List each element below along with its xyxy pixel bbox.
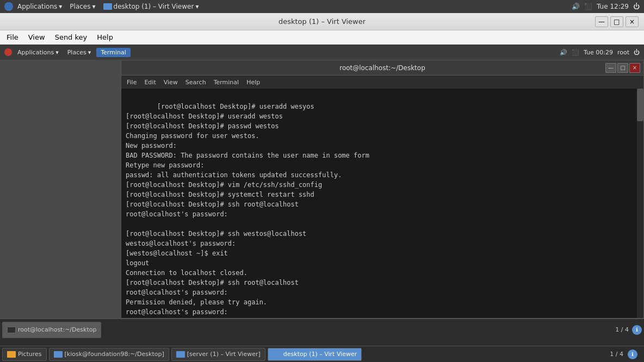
- terminal-output[interactable]: [root@localhost Desktop]# useradd wesyos…: [121, 89, 643, 318]
- term-file-menu[interactable]: File: [123, 78, 140, 87]
- outer-taskbar-right: 1 / 4 ℹ: [610, 349, 642, 359]
- inner-applications-arrow: ▾: [55, 49, 59, 56]
- terminal-window: root@localhost:~/Desktop — □ × File Edit…: [121, 60, 644, 319]
- inner-taskbar-terminal-label: root@localhost:~/Desktop: [18, 326, 96, 333]
- inner-applications-label: Applications: [17, 49, 54, 56]
- send-key-menu[interactable]: Send key: [51, 32, 92, 43]
- term-search-menu[interactable]: Search: [182, 78, 209, 87]
- terminal-text: [root@localhost Desktop]# useradd wesyos…: [126, 103, 393, 318]
- applications-arrow: ▾: [59, 3, 62, 10]
- applications-menu[interactable]: Applications ▾: [14, 2, 65, 11]
- inner-user: root: [617, 49, 629, 56]
- inner-places-menu[interactable]: Places ▾: [64, 48, 95, 57]
- desktop-label: desktop (1) – Virt Viewer: [283, 351, 357, 358]
- pictures-icon: [7, 351, 16, 358]
- outer-task-server[interactable]: [server (1) – Virt Viewer]: [171, 348, 265, 361]
- terminal-titlebar: root@localhost:~/Desktop — □ ×: [121, 60, 643, 76]
- inner-clock: Tue 00:29: [584, 49, 613, 56]
- server-label: [server (1) – Virt Viewer]: [187, 351, 261, 358]
- inner-terminal-label: Terminal: [101, 49, 126, 56]
- term-view-menu[interactable]: View: [160, 78, 181, 87]
- outer-page-indicator: 1 / 4: [610, 351, 623, 358]
- window-controls: — □ ×: [595, 16, 639, 27]
- term-help-menu[interactable]: Help: [243, 78, 263, 87]
- view-menu[interactable]: View: [24, 32, 49, 43]
- help-menu[interactable]: Help: [92, 32, 117, 43]
- inner-network-icon: ⬛: [572, 49, 579, 56]
- inner-places-arrow: ▾: [88, 49, 91, 56]
- scrollbar-thumb[interactable]: [637, 89, 643, 121]
- kiosk-icon: [54, 351, 63, 358]
- desktop-task-icon: [273, 351, 281, 358]
- inner-volume-icon: 🔊: [560, 49, 567, 56]
- places-label: Places: [70, 3, 90, 10]
- terminal-controls: — □ ×: [605, 63, 640, 73]
- virt-viewer-window: desktop (1) – Virt Viewer — □ × File Vie…: [0, 13, 644, 362]
- fedora-icon: [4, 2, 13, 11]
- window-menu[interactable]: desktop (1) – Virt Viewer ▾: [100, 2, 202, 11]
- outer-task-kiosk[interactable]: [kiosk@foundation98:~/Desktop]: [49, 348, 169, 361]
- outer-task-pictures[interactable]: Pictures: [2, 348, 47, 361]
- server-icon: [176, 351, 185, 358]
- terminal-menu: File Edit View Search Terminal Help: [121, 76, 643, 89]
- terminal-scrollbar[interactable]: [637, 89, 643, 318]
- inner-power-icon: ⏻: [634, 49, 640, 56]
- clock: Tue 12:29: [597, 3, 629, 10]
- inner-taskbar: root@localhost:~/Desktop 1 / 4 ℹ: [0, 319, 644, 340]
- places-menu[interactable]: Places ▾: [66, 2, 98, 11]
- vm-content: Applications ▾ Places ▾ Terminal 🔊 ⬛ Tue…: [0, 45, 644, 340]
- terminal-close-btn[interactable]: ×: [629, 63, 640, 73]
- terminal-maximize-btn[interactable]: □: [617, 63, 628, 73]
- inner-taskbar-terminal[interactable]: root@localhost:~/Desktop: [2, 322, 101, 338]
- minimize-button[interactable]: —: [595, 16, 608, 27]
- inner-taskbar-terminal-icon: [7, 327, 16, 333]
- volume-icon: 🔊: [572, 3, 580, 10]
- maximize-button[interactable]: □: [610, 16, 623, 27]
- virt-titlebar: desktop (1) – Virt Viewer — □ ×: [0, 13, 644, 30]
- inner-taskbar-right: 1 / 4 ℹ: [615, 325, 642, 335]
- terminal-minimize-btn[interactable]: —: [605, 63, 616, 73]
- inner-info-button[interactable]: ℹ: [632, 325, 642, 335]
- window-title: desktop (1) – Virt Viewer: [114, 3, 194, 10]
- network-icon: ⬛: [584, 3, 592, 10]
- virt-window-title: desktop (1) – Virt Viewer: [5, 17, 639, 26]
- system-bar-right: 🔊 ⬛ Tue 12:29 ⏻: [572, 3, 640, 10]
- power-icon: ⏻: [633, 3, 640, 10]
- inner-applications-menu[interactable]: Applications ▾: [14, 48, 62, 57]
- kiosk-label: [kiosk@foundation98:~/Desktop]: [65, 351, 164, 358]
- outer-task-desktop[interactable]: desktop (1) – Virt Viewer: [268, 348, 362, 361]
- outer-info-button[interactable]: ℹ: [628, 349, 637, 359]
- outer-taskbar: Pictures [kiosk@foundation98:~/Desktop] …: [0, 346, 644, 362]
- inner-terminal-tab[interactable]: Terminal: [96, 48, 131, 57]
- desktop-icon: [103, 3, 112, 10]
- pictures-label: Pictures: [18, 351, 42, 358]
- inner-desktop-right: 🔊 ⬛ Tue 00:29 root ⏻: [560, 49, 640, 56]
- applications-label: Applications: [17, 3, 57, 10]
- inner-fedora-icon: [4, 48, 12, 56]
- window-arrow: ▾: [195, 3, 199, 10]
- inner-desktop-bar: Applications ▾ Places ▾ Terminal 🔊 ⬛ Tue…: [0, 45, 644, 60]
- close-button[interactable]: ×: [626, 16, 639, 27]
- virt-menubar: File View Send key Help: [0, 30, 644, 45]
- inner-page-indicator: 1 / 4: [615, 326, 629, 333]
- term-edit-menu[interactable]: Edit: [141, 78, 159, 87]
- file-menu[interactable]: File: [2, 32, 23, 43]
- places-arrow: ▾: [92, 3, 96, 10]
- terminal-window-title: root@localhost:~/Desktop: [126, 64, 639, 72]
- term-terminal-menu[interactable]: Terminal: [210, 78, 243, 87]
- outer-taskbar-left: Pictures [kiosk@foundation98:~/Desktop] …: [2, 348, 362, 361]
- system-bar-left: Applications ▾ Places ▾ desktop (1) – Vi…: [4, 2, 569, 11]
- inner-places-label: Places: [67, 49, 86, 56]
- system-bar: Applications ▾ Places ▾ desktop (1) – Vi…: [0, 0, 644, 13]
